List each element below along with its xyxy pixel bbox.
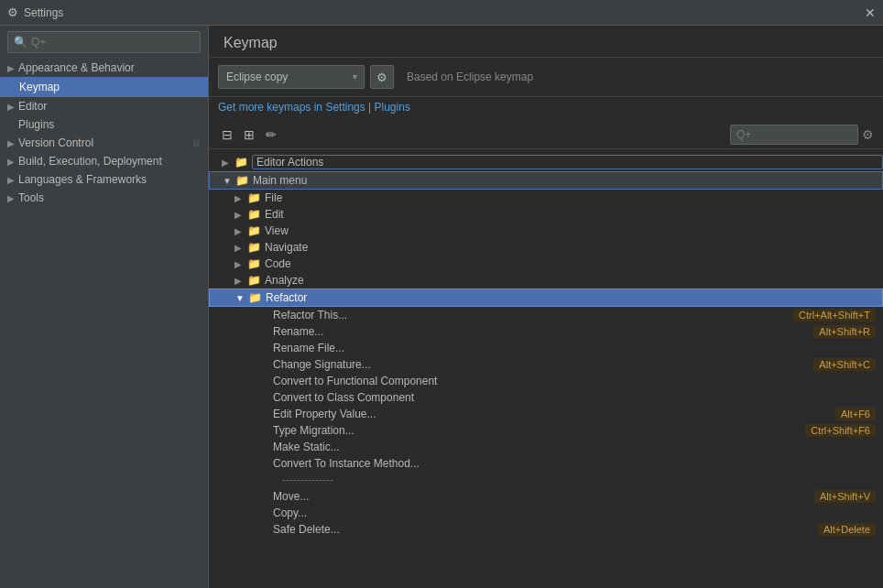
tree-item-refactor[interactable]: ▼ 📁 Refactor [209, 289, 883, 307]
folder-icon: 📁 [235, 174, 249, 187]
toolbar-row: ⊟ ⊞ ✏ ⚙ [209, 121, 883, 149]
tree-item-label: Make Static... [273, 441, 883, 453]
tree-item-analyze[interactable]: ▶ 📁 Analyze [209, 272, 883, 289]
tree-item-edit-property[interactable]: Edit Property Value... Alt+F6 [209, 406, 883, 422]
tree-item-convert-class[interactable]: Convert to Class Component [209, 389, 883, 406]
close-icon[interactable]: ✕ [865, 5, 876, 20]
tree-item-rename-file[interactable]: Rename File... [209, 340, 883, 356]
tree-item-editor-actions[interactable]: ▶ 📁 Editor Actions [209, 153, 883, 171]
sidebar: 🔍 ▶ Appearance & Behavior Keymap ▶ Edito… [0, 26, 209, 588]
tree-item-label: Edit [265, 208, 883, 221]
search-options-icon[interactable]: ⚙ [862, 127, 874, 142]
expand-icon: ▶ [234, 210, 247, 220]
tree-item-rename[interactable]: Rename... Alt+Shift+R [209, 323, 883, 340]
tree-item-label: Rename File... [273, 342, 883, 354]
settings-gear-icon: ⚙ [7, 5, 18, 19]
sidebar-item-label: Version Control [18, 136, 93, 149]
keymap-tree: ▶ 📁 Editor Actions ▼ 📁 Main menu ▶ 📁 Fil… [209, 149, 883, 588]
based-on-text: Based on Eclipse keymap [407, 71, 533, 83]
panel-title: Keymap [209, 26, 883, 58]
tree-item-label: Convert to Class Component [273, 391, 883, 404]
arrow-icon: ▶ [7, 102, 15, 112]
sidebar-item-label: Appearance & Behavior [18, 61, 135, 74]
tree-item-label: Convert To Instance Method... [273, 457, 883, 470]
tree-item-label: Refactor [266, 291, 882, 304]
tree-item-label: Navigate [265, 241, 883, 254]
expand-icon: ▶ [234, 259, 247, 269]
sidebar-item-appearance[interactable]: ▶ Appearance & Behavior [0, 59, 208, 77]
right-panel: Keymap Eclipse copy ⚙ Based on Eclipse k… [209, 26, 883, 588]
tree-item-label: Code [265, 257, 883, 270]
expand-icon: ▼ [235, 293, 248, 303]
tree-item-code[interactable]: ▶ 📁 Code [209, 256, 883, 272]
folder-icon: 📁 [247, 208, 261, 221]
tree-item-edit[interactable]: ▶ 📁 Edit [209, 206, 883, 223]
shortcut-badge: Ctrl+Shift+F6 [805, 424, 876, 437]
tree-item-label: Copy... [273, 506, 883, 519]
tree-item-label: Safe Delete... [273, 523, 818, 536]
title-text: Settings [24, 6, 63, 19]
tree-item-label: Move... [273, 490, 814, 503]
sidebar-item-plugins[interactable]: Plugins [0, 115, 208, 134]
tree-item-refactor-this[interactable]: Refactor This... Ctrl+Alt+Shift+T [209, 307, 883, 323]
edit-shortcut-button[interactable]: ✏ [262, 125, 280, 144]
sidebar-item-keymap[interactable]: Keymap [0, 77, 208, 97]
title-bar: ⚙ Settings ✕ [0, 0, 883, 26]
tree-item-move[interactable]: Move... Alt+Shift+V [209, 488, 883, 505]
sidebar-item-build[interactable]: ▶ Build, Execution, Deployment [0, 152, 208, 170]
tree-item-copy[interactable]: Copy... [209, 505, 883, 521]
arrow-icon: ▶ [7, 193, 15, 203]
arrow-icon: ▶ [7, 157, 15, 167]
sidebar-item-label: Tools [18, 191, 44, 204]
tree-item-navigate[interactable]: ▶ 📁 Navigate [209, 239, 883, 256]
sidebar-item-label: Editor [18, 100, 47, 113]
arrow-icon: ▶ [7, 175, 15, 185]
tree-item-label: Analyze [265, 274, 883, 287]
sidebar-item-tools[interactable]: ▶ Tools [0, 189, 208, 207]
keymap-select-wrapper[interactable]: Eclipse copy [218, 65, 365, 89]
tree-item-main-menu[interactable]: ▼ 📁 Main menu [209, 171, 883, 190]
tree-item-label: Convert to Functional Component [273, 375, 883, 387]
tree-item-convert-instance[interactable]: Convert To Instance Method... [209, 455, 883, 472]
tree-item-type-migration[interactable]: Type Migration... Ctrl+Shift+F6 [209, 422, 883, 439]
collapse-all-button[interactable]: ⊞ [240, 125, 258, 144]
tree-item-view[interactable]: ▶ 📁 View [209, 223, 883, 239]
get-keymaps-link[interactable]: Get more keymaps in Settings | Plugins [218, 101, 410, 114]
expand-icon: ▶ [234, 193, 247, 203]
folder-icon: 📁 [247, 224, 261, 237]
tree-item-label: File [265, 191, 883, 204]
folder-icon: 📁 [247, 274, 261, 287]
tree-item-convert-functional[interactable]: Convert to Functional Component [209, 373, 883, 389]
search-right: ⚙ [730, 125, 874, 145]
sidebar-item-version-control[interactable]: ▶ Version Control 🖥 [0, 134, 208, 152]
tree-item-safe-delete[interactable]: Safe Delete... Alt+Delete [209, 521, 883, 538]
tree-item-label: Change Signature... [273, 358, 813, 371]
shortcut-badge: Alt+Delete [818, 523, 876, 536]
tree-item-label: View [265, 224, 883, 237]
tree-item-make-static[interactable]: Make Static... [209, 439, 883, 455]
keymap-link-row: Get more keymaps in Settings | Plugins [209, 97, 883, 121]
expand-all-button[interactable]: ⊟ [218, 125, 236, 144]
expand-icon: ▶ [234, 226, 247, 236]
shortcut-badge: Ctrl+Alt+Shift+T [793, 309, 876, 321]
sidebar-item-label: Plugins [18, 118, 54, 131]
tree-item-label: Rename... [273, 325, 813, 338]
folder-icon: 📁 [247, 257, 261, 270]
shortcut-badge: Alt+Shift+C [813, 358, 876, 371]
tree-item-label: Edit Property Value... [273, 408, 835, 420]
folder-icon: 📁 [248, 291, 262, 304]
keymap-gear-button[interactable]: ⚙ [370, 65, 394, 89]
sidebar-item-label: Keymap [19, 81, 60, 93]
arrow-icon: ▶ [7, 138, 15, 148]
tree-item-change-signature[interactable]: Change Signature... Alt+Shift+C [209, 356, 883, 373]
sidebar-item-languages[interactable]: ▶ Languages & Frameworks [0, 170, 208, 189]
tree-item-label: Type Migration... [273, 424, 805, 437]
keymap-search-input[interactable] [730, 125, 858, 145]
tree-item-label: Main menu [253, 174, 882, 187]
sidebar-items-list: ▶ Appearance & Behavior Keymap ▶ Editor … [0, 59, 208, 588]
tree-item-file[interactable]: ▶ 📁 File [209, 190, 883, 206]
sidebar-search-input[interactable] [31, 36, 194, 49]
keymap-select[interactable]: Eclipse copy [218, 65, 365, 89]
sidebar-item-editor[interactable]: ▶ Editor [0, 97, 208, 115]
sidebar-search-box[interactable]: 🔍 [7, 31, 201, 53]
